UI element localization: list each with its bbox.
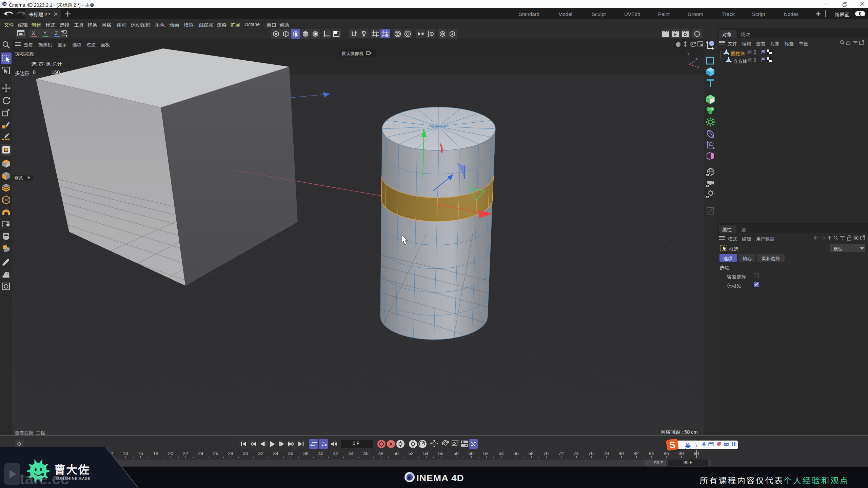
svg-text:A: A — [322, 441, 324, 444]
svg-text:ST: ST — [706, 174, 710, 176]
svg-text:ST: ST — [706, 196, 710, 198]
svg-text:Y: Y — [687, 52, 690, 56]
svg-text:’,: ’, — [694, 442, 697, 447]
svg-text:A: A — [451, 32, 453, 36]
svg-text:X: X — [697, 65, 699, 68]
svg-text:ST: ST — [706, 185, 710, 187]
svg-text:A: A — [389, 442, 393, 447]
svg-text:Z: Z — [695, 58, 698, 62]
